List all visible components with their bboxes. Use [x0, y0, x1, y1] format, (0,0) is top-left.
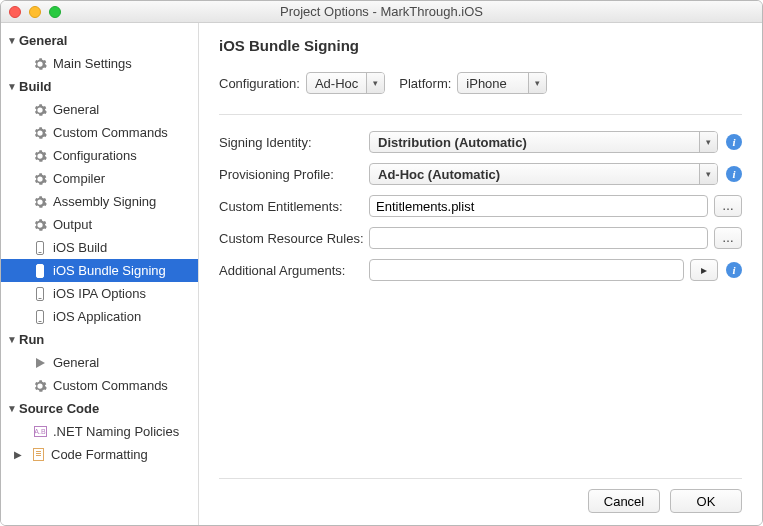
sidebar-category-label: General	[19, 33, 67, 48]
disclosure-icon: ▼	[7, 35, 17, 46]
browse-button[interactable]: …	[714, 195, 742, 217]
footer: Cancel OK	[219, 478, 742, 513]
main-panel: iOS Bundle Signing Configuration: Ad-Hoc…	[199, 23, 762, 525]
custom-resource-rules-label: Custom Resource Rules:	[219, 231, 369, 246]
gear-icon	[33, 195, 47, 209]
sidebar-item[interactable]: General	[1, 351, 198, 374]
gear-icon	[33, 126, 47, 140]
disclosure-icon: ▼	[7, 334, 17, 345]
sidebar-category[interactable]: ▼Run	[1, 328, 198, 351]
close-icon[interactable]	[9, 6, 21, 18]
info-icon[interactable]: i	[726, 166, 742, 182]
disclosure-icon: ▼	[7, 81, 17, 92]
custom-resource-rules-input[interactable]	[369, 227, 708, 249]
sidebar-item-label: .NET Naming Policies	[53, 424, 179, 439]
project-options-window: Project Options - MarkThrough.iOS ▼Gener…	[0, 0, 763, 526]
page-title: iOS Bundle Signing	[219, 37, 742, 54]
additional-arguments-label: Additional Arguments:	[219, 263, 369, 278]
gear-icon	[33, 172, 47, 186]
custom-entitlements-input[interactable]	[369, 195, 708, 217]
browse-button[interactable]: …	[714, 227, 742, 249]
sidebar-item-label: General	[53, 102, 99, 117]
document-icon	[31, 448, 45, 462]
sidebar-item[interactable]: ▶Code Formatting	[1, 443, 198, 466]
sidebar-item-label: Custom Commands	[53, 378, 168, 393]
sidebar-item[interactable]: Output	[1, 213, 198, 236]
arguments-menu-button[interactable]: ▸	[690, 259, 718, 281]
naming-icon: A.B	[33, 425, 47, 439]
sidebar-item-label: iOS IPA Options	[53, 286, 146, 301]
configuration-label: Configuration:	[219, 76, 300, 91]
sidebar-item[interactable]: iOS IPA Options	[1, 282, 198, 305]
traffic-lights	[9, 6, 61, 18]
additional-arguments-input[interactable]	[369, 259, 684, 281]
sidebar-item-label: Configurations	[53, 148, 137, 163]
sidebar-item[interactable]: Custom Commands	[1, 121, 198, 144]
info-icon[interactable]: i	[726, 134, 742, 150]
sidebar-category[interactable]: ▼Build	[1, 75, 198, 98]
disclosure-icon: ▼	[7, 403, 17, 414]
sidebar-item-label: Code Formatting	[51, 447, 148, 462]
sidebar-category-label: Source Code	[19, 401, 99, 416]
provisioning-profile-label: Provisioning Profile:	[219, 167, 369, 182]
sidebar-item-label: General	[53, 355, 99, 370]
sidebar-item[interactable]: Configurations	[1, 144, 198, 167]
chevron-down-icon: ▾	[699, 132, 717, 152]
ok-button[interactable]: OK	[670, 489, 742, 513]
sidebar-item[interactable]: iOS Bundle Signing	[1, 259, 198, 282]
signing-identity-select[interactable]: Distribution (Automatic) ▾	[369, 131, 718, 153]
sidebar-item[interactable]: A.B.NET Naming Policies	[1, 420, 198, 443]
gear-icon	[33, 218, 47, 232]
sidebar-item[interactable]: Assembly Signing	[1, 190, 198, 213]
window-title: Project Options - MarkThrough.iOS	[1, 4, 762, 19]
cancel-button[interactable]: Cancel	[588, 489, 660, 513]
sidebar-item[interactable]: Main Settings	[1, 52, 198, 75]
info-icon[interactable]: i	[726, 262, 742, 278]
divider	[219, 114, 742, 115]
phone-icon	[33, 241, 47, 255]
sidebar-item-label: Custom Commands	[53, 125, 168, 140]
sidebar-item[interactable]: Custom Commands	[1, 374, 198, 397]
sidebar-item[interactable]: General	[1, 98, 198, 121]
sidebar-item-label: Compiler	[53, 171, 105, 186]
zoom-icon[interactable]	[49, 6, 61, 18]
sidebar-item-label: iOS Build	[53, 240, 107, 255]
sidebar-category-label: Run	[19, 332, 44, 347]
custom-entitlements-label: Custom Entitlements:	[219, 199, 369, 214]
sidebar-item-label: iOS Bundle Signing	[53, 263, 166, 278]
phone-icon	[33, 287, 47, 301]
gear-icon	[33, 57, 47, 71]
gear-icon	[33, 379, 47, 393]
gear-icon	[33, 149, 47, 163]
sidebar-item[interactable]: Compiler	[1, 167, 198, 190]
sidebar-item-label: Main Settings	[53, 56, 132, 71]
platform-select[interactable]: iPhone ▾	[457, 72, 547, 94]
sidebar-category[interactable]: ▼Source Code	[1, 397, 198, 420]
sidebar-item[interactable]: iOS Build	[1, 236, 198, 259]
chevron-down-icon: ▾	[366, 73, 384, 93]
gear-icon	[33, 103, 47, 117]
sidebar: ▼GeneralMain Settings▼BuildGeneralCustom…	[1, 23, 199, 525]
provisioning-profile-select[interactable]: Ad-Hoc (Automatic) ▾	[369, 163, 718, 185]
sidebar-item-label: iOS Application	[53, 309, 141, 324]
chevron-down-icon: ▾	[528, 73, 546, 93]
sidebar-category[interactable]: ▼General	[1, 29, 198, 52]
signing-identity-label: Signing Identity:	[219, 135, 369, 150]
play-icon	[33, 356, 47, 370]
phone-icon	[33, 264, 47, 278]
disclosure-icon: ▶	[13, 449, 23, 460]
chevron-down-icon: ▾	[699, 164, 717, 184]
phone-icon	[33, 310, 47, 324]
platform-label: Platform:	[399, 76, 451, 91]
sidebar-category-label: Build	[19, 79, 52, 94]
configuration-select[interactable]: Ad-Hoc ▾	[306, 72, 385, 94]
sidebar-item[interactable]: iOS Application	[1, 305, 198, 328]
titlebar: Project Options - MarkThrough.iOS	[1, 1, 762, 23]
sidebar-item-label: Output	[53, 217, 92, 232]
minimize-icon[interactable]	[29, 6, 41, 18]
sidebar-item-label: Assembly Signing	[53, 194, 156, 209]
